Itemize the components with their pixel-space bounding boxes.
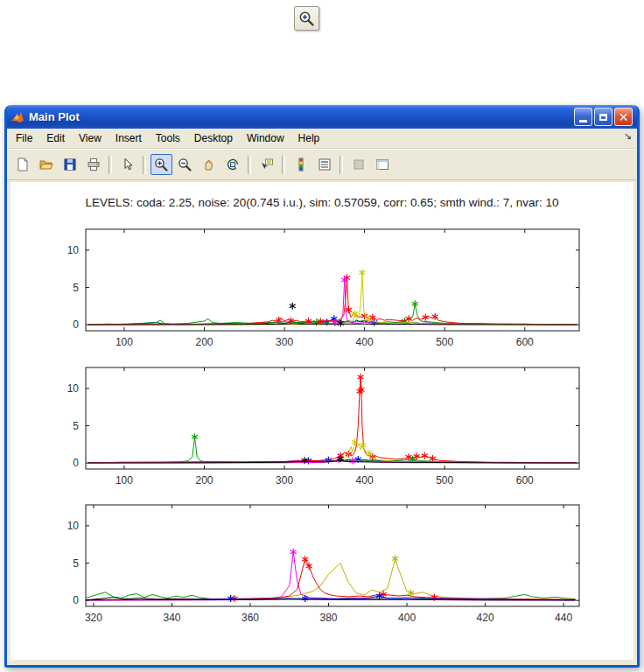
matlab-logo-icon — [10, 110, 24, 124]
insert-legend-button[interactable] — [313, 154, 335, 175]
svg-text:500: 500 — [436, 336, 453, 348]
menu-tools[interactable]: Tools — [149, 130, 187, 147]
svg-text:400: 400 — [356, 336, 374, 348]
svg-text:0: 0 — [73, 457, 79, 469]
new-document-icon — [16, 158, 30, 172]
toolbar-separator — [143, 156, 146, 174]
zoom-in-button[interactable] — [150, 154, 172, 175]
svg-text:320: 320 — [85, 612, 102, 624]
minimize-icon — [579, 120, 587, 122]
title-bar[interactable]: Main Plot ✕ — [7, 105, 637, 129]
svg-text:200: 200 — [195, 474, 213, 486]
zoom-in-icon — [154, 158, 169, 172]
open-folder-icon — [39, 158, 53, 172]
svg-text:200: 200 — [195, 336, 213, 348]
show-plot-tools-icon — [375, 158, 389, 172]
zoom-out-icon — [178, 158, 192, 172]
maximize-icon — [599, 114, 607, 121]
subplot-bottom[interactable]: 3203403603804004204400510 — [12, 500, 634, 638]
svg-text:0: 0 — [73, 318, 79, 331]
minimize-button[interactable] — [574, 108, 592, 126]
svg-text:10: 10 — [67, 244, 80, 256]
svg-text:500: 500 — [436, 474, 453, 486]
print-figure-button[interactable] — [82, 154, 104, 175]
svg-text:600: 600 — [516, 474, 534, 486]
svg-text:10: 10 — [67, 520, 80, 532]
svg-text:600: 600 — [516, 336, 534, 348]
svg-text:0: 0 — [73, 594, 79, 606]
svg-text:400: 400 — [398, 612, 416, 624]
toolbar-separator — [248, 156, 251, 174]
svg-text:300: 300 — [276, 336, 293, 348]
svg-text:340: 340 — [163, 612, 180, 624]
menu-file[interactable]: File — [9, 130, 39, 147]
save-figure-button[interactable] — [59, 154, 80, 175]
figure-title: LEVELS: coda: 2.25, noise: 20(0.745 i.u.… — [10, 196, 634, 209]
svg-text:100: 100 — [116, 336, 133, 348]
svg-text:5: 5 — [73, 420, 79, 432]
insert-colorbar-button[interactable] — [290, 154, 312, 175]
svg-text:360: 360 — [242, 612, 259, 624]
close-icon: ✕ — [619, 111, 629, 123]
svg-text:420: 420 — [477, 612, 494, 624]
svg-text:300: 300 — [276, 474, 293, 486]
floating-zoom-in-button[interactable] — [294, 6, 319, 31]
zoom-out-button[interactable] — [174, 154, 196, 175]
svg-text:440: 440 — [555, 612, 572, 624]
pan-button[interactable] — [198, 154, 220, 175]
menu-desktop[interactable]: Desktop — [187, 130, 240, 147]
dock-figure-icon[interactable]: ↘ — [624, 130, 632, 142]
rotate-3d-icon — [226, 158, 240, 172]
hand-pan-icon — [202, 158, 216, 172]
menu-insert[interactable]: Insert — [108, 130, 149, 147]
data-cursor-icon — [260, 158, 274, 172]
colorbar-icon — [294, 158, 308, 172]
window-title: Main Plot — [29, 110, 572, 123]
menu-window[interactable]: Window — [240, 130, 291, 147]
svg-text:5: 5 — [73, 557, 79, 570]
svg-text:10: 10 — [67, 382, 80, 395]
rotate-3d-button[interactable] — [221, 154, 243, 175]
show-plot-tools-button[interactable] — [371, 154, 393, 175]
new-figure-button[interactable] — [11, 154, 33, 175]
menu-view[interactable]: View — [72, 130, 108, 147]
toolbar — [7, 149, 637, 180]
subplot-top[interactable]: 1002003004005006000510 — [12, 224, 634, 362]
toolbar-separator — [340, 156, 343, 174]
menu-edit[interactable]: Edit — [39, 130, 72, 147]
svg-text:5: 5 — [73, 282, 79, 294]
svg-text:380: 380 — [320, 612, 338, 624]
printer-icon — [87, 158, 101, 172]
maximize-button[interactable] — [594, 108, 612, 126]
subplot-middle[interactable]: 1002003004005006000510 — [12, 362, 634, 500]
magnifier-plus-icon — [298, 10, 315, 27]
toolbar-separator — [108, 156, 112, 174]
figure-window: Main Plot ✕ File Edit View Insert Tools … — [4, 105, 640, 668]
close-button[interactable]: ✕ — [614, 108, 633, 126]
toolbar-separator — [282, 156, 285, 174]
open-file-button[interactable] — [35, 154, 57, 175]
hide-plot-tools-button[interactable] — [347, 154, 369, 175]
svg-text:400: 400 — [356, 474, 374, 486]
svg-text:100: 100 — [116, 474, 133, 486]
legend-icon — [318, 158, 332, 172]
edit-plot-button[interactable] — [116, 154, 138, 175]
menu-bar: File Edit View Insert Tools Desktop Wind… — [7, 129, 637, 149]
figure-canvas[interactable]: LEVELS: coda: 2.25, noise: 20(0.745 i.u.… — [10, 182, 634, 660]
hide-plot-tools-icon — [352, 158, 366, 172]
data-cursor-button[interactable] — [256, 154, 277, 175]
pointer-arrow-icon — [121, 158, 135, 172]
save-floppy-icon — [63, 158, 77, 172]
menu-help[interactable]: Help — [291, 130, 327, 147]
